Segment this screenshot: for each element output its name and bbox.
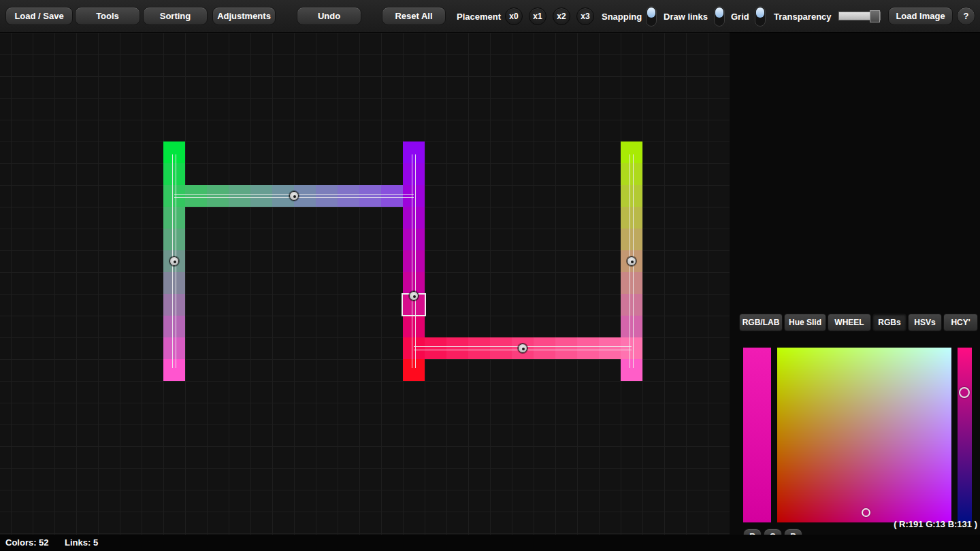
color-panel: RGB/LAB Hue Slid WHEEL RGBs HSVs HCY' R …	[730, 33, 980, 535]
help-button[interactable]: ?	[957, 7, 975, 25]
placement-label: Placement	[457, 12, 501, 22]
status-bar: Colors: 52 Links: 5	[0, 535, 980, 551]
grid-toggle-knob	[756, 7, 764, 18]
grid-label: Grid	[731, 12, 749, 22]
tab-wheel[interactable]: WHEEL	[828, 314, 871, 331]
color-square-cursor[interactable]	[862, 508, 870, 517]
rgb-readout: ( R:191 G:13 B:131 )	[894, 519, 977, 529]
tab-rgbs[interactable]: RGBs	[872, 314, 906, 331]
snapping-toggle-knob	[647, 7, 655, 18]
load-image-button[interactable]: Load Image	[888, 7, 953, 25]
current-color-bar	[743, 348, 771, 522]
colors-count: Colors: 52	[5, 537, 49, 548]
placement-x1-button[interactable]: x1	[529, 7, 546, 25]
link-handle[interactable]	[409, 291, 419, 301]
palette-canvas[interactable]	[0, 33, 730, 535]
red-channel-slider[interactable]	[958, 348, 972, 522]
toolbar: Load / Save Tools Sorting Adjustments Un…	[0, 0, 980, 33]
sorting-button[interactable]: Sorting	[143, 7, 208, 25]
tools-button[interactable]: Tools	[75, 7, 140, 25]
transparency-slider[interactable]	[838, 12, 881, 20]
placement-x3-button[interactable]: x3	[576, 7, 594, 25]
snapping-toggle[interactable]	[646, 6, 657, 27]
grid-toggle[interactable]	[755, 6, 766, 27]
link-line[interactable]	[412, 154, 416, 368]
load-save-button[interactable]: Load / Save	[5, 7, 73, 25]
tab-hcy[interactable]: HCY'	[943, 314, 978, 331]
draw-links-toggle-knob	[715, 7, 723, 18]
app-root: Load / Save Tools Sorting Adjustments Un…	[0, 0, 980, 551]
placement-x0-button[interactable]: x0	[505, 7, 523, 25]
color-square[interactable]	[777, 348, 951, 522]
link-handle[interactable]	[518, 344, 527, 353]
link-handle[interactable]	[169, 256, 179, 266]
link-handle[interactable]	[627, 256, 636, 266]
undo-button[interactable]: Undo	[297, 7, 361, 25]
color-square-gradient	[777, 348, 951, 522]
snapping-label: Snapping	[602, 12, 642, 22]
transparency-label: Transparency	[774, 12, 832, 22]
red-channel-slider-handle[interactable]	[959, 387, 970, 398]
placement-x2-button[interactable]: x2	[553, 7, 570, 25]
tab-hue-slid[interactable]: Hue Slid	[784, 314, 826, 331]
adjustments-button[interactable]: Adjustments	[212, 7, 276, 25]
links-count: Links: 5	[65, 537, 98, 548]
draw-links-toggle[interactable]	[714, 6, 725, 27]
reset-all-button[interactable]: Reset All	[382, 7, 446, 25]
link-handle[interactable]	[289, 191, 299, 201]
transparency-slider-handle[interactable]	[870, 10, 880, 22]
tab-rgb-lab[interactable]: RGB/LAB	[739, 314, 783, 331]
tab-hsvs[interactable]: HSVs	[908, 314, 942, 331]
draw-links-label: Draw links	[664, 12, 708, 22]
